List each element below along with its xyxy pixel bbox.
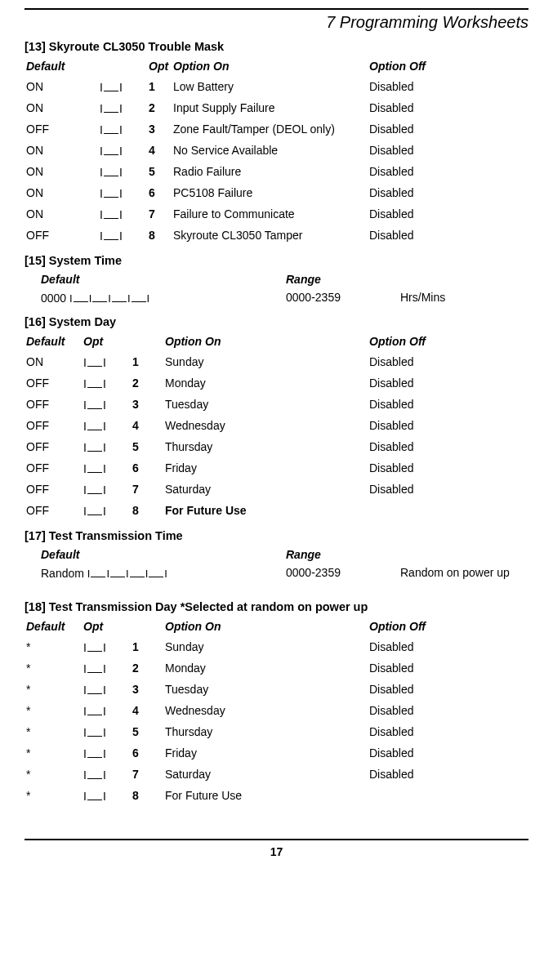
entry-field[interactable]: II bbox=[82, 657, 131, 679]
entry-field[interactable]: II bbox=[82, 436, 131, 457]
entry-field[interactable]: II bbox=[82, 500, 131, 521]
entry-field[interactable]: II bbox=[82, 700, 131, 721]
default-value: OFF bbox=[25, 500, 82, 521]
option-on: Input Supply Failure bbox=[172, 97, 368, 118]
section-13-title: [13] Skyroute CL3050 Trouble Mask bbox=[25, 40, 528, 53]
section-17-title: [17] Test Transmission Time bbox=[25, 529, 528, 542]
opt-number: 4 bbox=[131, 415, 163, 436]
entry-field[interactable]: II bbox=[82, 457, 131, 479]
option-off: Disabled bbox=[368, 657, 528, 679]
option-on: Friday bbox=[163, 457, 368, 479]
option-off bbox=[368, 785, 528, 806]
opt-number: 2 bbox=[131, 372, 163, 394]
top-rule bbox=[25, 8, 528, 10]
entry-field[interactable]: II bbox=[82, 636, 131, 657]
default-value: * bbox=[25, 657, 82, 679]
entry-field[interactable]: II bbox=[82, 415, 131, 436]
option-on: No Service Available bbox=[172, 140, 368, 161]
option-off: Disabled bbox=[368, 700, 528, 721]
option-off: Disabled bbox=[368, 457, 528, 479]
option-on: Tuesday bbox=[163, 679, 368, 700]
table-row: OFFII4WednesdayDisabled bbox=[25, 415, 528, 436]
table-row: ONII1SundayDisabled bbox=[25, 351, 528, 372]
table-row: *II6FridayDisabled bbox=[25, 742, 528, 764]
opt-number: 5 bbox=[147, 161, 172, 182]
option-on: Low Battery bbox=[172, 76, 368, 97]
default-value: ON bbox=[25, 140, 98, 161]
table-row: ONII4No Service AvailableDisabled bbox=[25, 140, 528, 161]
entry-field[interactable]: II bbox=[82, 372, 131, 394]
entry-field[interactable]: II bbox=[82, 351, 131, 372]
table-row: ONII1Low BatteryDisabled bbox=[25, 76, 528, 97]
hdr-off: Option Off bbox=[368, 56, 528, 76]
entry-field[interactable]: II bbox=[98, 182, 147, 203]
hdr-default: Default bbox=[25, 617, 82, 636]
table-row: OFFII5ThursdayDisabled bbox=[25, 436, 528, 457]
option-off: Disabled bbox=[368, 721, 528, 742]
entry-field[interactable]: II bbox=[82, 764, 131, 785]
opt-number: 1 bbox=[131, 351, 163, 372]
hdr-opt: Opt bbox=[82, 332, 131, 351]
table-row: OFFII2MondayDisabled bbox=[25, 372, 528, 394]
default-value: OFF bbox=[25, 225, 98, 246]
hdr-on: Option On bbox=[163, 617, 368, 636]
entry-field[interactable]: IIIII bbox=[69, 292, 149, 305]
default-value: OFF bbox=[25, 394, 82, 415]
option-on: PC5108 Failure bbox=[172, 182, 368, 203]
table-header: Default Opt Option On Option Off bbox=[25, 617, 528, 636]
page-number: 17 bbox=[25, 845, 528, 858]
entry-field[interactable]: II bbox=[82, 785, 131, 806]
option-on: Monday bbox=[163, 372, 368, 394]
entry-field[interactable]: II bbox=[82, 679, 131, 700]
entry-field[interactable]: IIIII bbox=[87, 568, 167, 580]
table-row: *II2MondayDisabled bbox=[25, 657, 528, 679]
table-row: *II3TuesdayDisabled bbox=[25, 679, 528, 700]
option-off: Disabled bbox=[368, 140, 528, 161]
entry-field[interactable]: II bbox=[82, 721, 131, 742]
option-on: Tuesday bbox=[163, 394, 368, 415]
entry-field[interactable]: II bbox=[98, 140, 147, 161]
default-value: ON bbox=[25, 182, 98, 203]
default-value: * bbox=[25, 785, 82, 806]
hdr-opt: Opt bbox=[82, 617, 131, 636]
option-on: Zone Fault/Tamper (DEOL only) bbox=[172, 118, 368, 140]
entry-field[interactable]: II bbox=[82, 742, 131, 764]
hdr-range: Range bbox=[286, 548, 400, 561]
opt-number: 3 bbox=[147, 118, 172, 140]
option-off: Disabled bbox=[368, 118, 528, 140]
default-value: * bbox=[25, 742, 82, 764]
entry-field[interactable]: II bbox=[82, 479, 131, 500]
sec15-range: 0000-2359 bbox=[286, 291, 400, 305]
option-off: Disabled bbox=[368, 351, 528, 372]
table-row: ONII5Radio FailureDisabled bbox=[25, 161, 528, 182]
default-value: * bbox=[25, 679, 82, 700]
entry-field[interactable]: II bbox=[98, 118, 147, 140]
section-17-header: Default Range bbox=[25, 546, 528, 564]
entry-field[interactable]: II bbox=[98, 161, 147, 182]
entry-field[interactable]: II bbox=[98, 97, 147, 118]
option-off bbox=[368, 500, 528, 521]
entry-field[interactable]: II bbox=[98, 203, 147, 225]
option-on: For Future Use bbox=[163, 785, 368, 806]
opt-number: 2 bbox=[131, 657, 163, 679]
default-value: ON bbox=[25, 97, 98, 118]
opt-number: 7 bbox=[147, 203, 172, 225]
table-row: *II8For Future Use bbox=[25, 785, 528, 806]
table-row: OFFII3TuesdayDisabled bbox=[25, 394, 528, 415]
entry-field[interactable]: II bbox=[82, 394, 131, 415]
section-16-title: [16] System Day bbox=[25, 315, 528, 328]
opt-number: 6 bbox=[131, 457, 163, 479]
chapter-title: 7 Programming Worksheets bbox=[25, 13, 528, 32]
entry-field[interactable]: II bbox=[98, 225, 147, 246]
option-off: Disabled bbox=[368, 679, 528, 700]
default-value: * bbox=[25, 700, 82, 721]
sec15-unit: Hrs/Mins bbox=[400, 291, 528, 305]
default-value: ON bbox=[25, 203, 98, 225]
hdr-off: Option Off bbox=[368, 332, 528, 351]
opt-number: 7 bbox=[131, 479, 163, 500]
table-row: *II4WednesdayDisabled bbox=[25, 700, 528, 721]
sec17-unit: Random on power up bbox=[400, 566, 528, 580]
default-value: OFF bbox=[25, 118, 98, 140]
option-off: Disabled bbox=[368, 394, 528, 415]
entry-field[interactable]: II bbox=[98, 76, 147, 97]
